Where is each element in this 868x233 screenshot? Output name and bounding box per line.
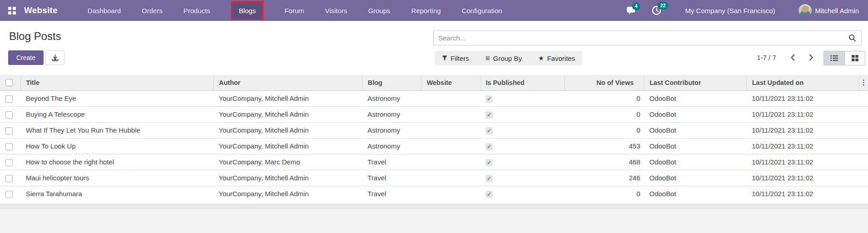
chevron-right-icon — [809, 54, 814, 61]
cell-end — [859, 154, 868, 170]
messages-button[interactable]: 4 — [626, 6, 636, 15]
filters-button[interactable]: Filters — [442, 55, 469, 62]
menu-item-dashboard[interactable]: Dashboard — [88, 0, 121, 21]
row-checkbox[interactable] — [5, 159, 13, 166]
header-no-of-views[interactable]: No of Views — [564, 75, 644, 90]
menu-item-visitors[interactable]: Visitors — [325, 0, 347, 21]
search-input[interactable] — [434, 34, 843, 42]
kanban-view-button[interactable] — [844, 51, 865, 65]
page-background — [0, 209, 868, 233]
cell-end — [859, 106, 868, 122]
menu-item-orders[interactable]: Orders — [142, 0, 162, 21]
header-last-updated-on[interactable]: Last Updated on — [746, 75, 859, 90]
activities-button[interactable]: 22 — [652, 5, 662, 15]
export-button[interactable] — [45, 50, 64, 65]
optional-columns-toggle-icon[interactable]: ⋮ — [860, 79, 867, 86]
menu-item-products[interactable]: Products — [183, 0, 210, 21]
cell-website — [421, 186, 480, 202]
published-checkbox[interactable]: ✓ — [485, 127, 493, 134]
published-checkbox[interactable]: ✓ — [485, 191, 493, 198]
cell-select — [0, 186, 20, 202]
cell-website — [421, 154, 480, 170]
cell-last-contributor: OdooBot — [644, 154, 746, 170]
row-checkbox[interactable] — [5, 175, 13, 182]
header-website[interactable]: Website — [421, 75, 480, 90]
cell-select — [0, 170, 20, 186]
group-by-button[interactable]: ≡ Group By — [485, 55, 522, 62]
cell-last-contributor: OdooBot — [644, 106, 746, 122]
pager-previous-button[interactable] — [790, 54, 795, 61]
header-is-published[interactable]: Is Published — [480, 75, 564, 90]
published-checkbox[interactable]: ✓ — [485, 143, 493, 150]
cell-views: 0 — [564, 90, 644, 106]
search-submit-button[interactable] — [843, 34, 861, 42]
cell-title: Sierra Tarahumara — [20, 186, 213, 202]
apps-menu-icon[interactable] — [8, 7, 16, 15]
cell-select — [0, 154, 20, 170]
cell-views: 0 — [564, 122, 644, 138]
published-checkbox[interactable]: ✓ — [485, 175, 493, 182]
table-row[interactable]: Sierra TarahumaraYourCompany, Mitchell A… — [0, 186, 868, 202]
table-row[interactable]: Beyond The EyeYourCompany, Mitchell Admi… — [0, 90, 868, 106]
blog-posts-table: Title Author Blog Website Is Published N… — [0, 75, 868, 202]
app-brand[interactable]: Website — [24, 5, 58, 15]
row-checkbox[interactable] — [5, 95, 13, 103]
header-title[interactable]: Title — [20, 75, 213, 90]
cell-title: Beyond The Eye — [20, 90, 213, 106]
published-checkbox[interactable]: ✓ — [485, 95, 493, 103]
menu-item-forum[interactable]: Forum — [284, 0, 304, 21]
cell-title: How to choose the right hotel — [20, 154, 213, 170]
cell-author: YourCompany, Marc Demo — [213, 154, 362, 170]
header-author[interactable]: Author — [213, 75, 362, 90]
group-by-label: Group By — [493, 55, 522, 62]
messages-badge: 4 — [632, 2, 640, 10]
cell-views: 453 — [564, 138, 644, 154]
favorites-button[interactable]: ★ Favorites — [538, 55, 575, 62]
cell-is-published: ✓ — [480, 138, 564, 154]
table-row[interactable]: How to choose the right hotelYourCompany… — [0, 154, 868, 170]
user-name: Mitchell Admin — [815, 7, 859, 15]
cell-end — [859, 170, 868, 186]
cell-website — [421, 138, 480, 154]
table-row[interactable]: How To Look UpYourCompany, Mitchell Admi… — [0, 138, 868, 154]
list-view-button[interactable] — [824, 51, 844, 65]
table-row[interactable]: Buying A TelescopeYourCompany, Mitchell … — [0, 106, 868, 122]
select-all-checkbox[interactable] — [5, 79, 13, 86]
search-options-bar: Filters ≡ Group By ★ Favorites — [435, 51, 582, 65]
cell-is-published: ✓ — [480, 186, 564, 202]
cell-blog: Astronomy — [362, 138, 421, 154]
menu-item-reporting[interactable]: Reporting — [411, 0, 441, 21]
filters-label: Filters — [451, 55, 469, 62]
row-checkbox[interactable] — [5, 127, 13, 134]
cell-is-published: ✓ — [480, 170, 564, 186]
company-switcher[interactable]: My Company (San Francisco) — [685, 7, 775, 15]
menu-item-blogs[interactable]: Blogs — [231, 1, 264, 20]
table-row[interactable]: What If They Let You Run The HubbleYourC… — [0, 122, 868, 138]
cell-blog: Travel — [362, 154, 421, 170]
menu-item-configuration[interactable]: Configuration — [461, 0, 502, 21]
create-button[interactable]: Create — [8, 50, 44, 65]
cell-last-updated: 10/11/2021 23:11:02 — [746, 154, 859, 170]
cell-title: Maui helicopter tours — [20, 170, 213, 186]
header-last-contributor[interactable]: Last Contributor — [644, 75, 746, 90]
published-checkbox[interactable]: ✓ — [485, 111, 493, 119]
table-row[interactable]: Maui helicopter toursYourCompany, Mitche… — [0, 170, 868, 186]
cell-views: 0 — [564, 186, 644, 202]
cell-select — [0, 90, 20, 106]
row-checkbox[interactable] — [5, 111, 13, 119]
header-blog[interactable]: Blog — [362, 75, 421, 90]
cell-views: 468 — [564, 154, 644, 170]
row-checkbox[interactable] — [5, 143, 13, 150]
cell-blog: Astronomy — [362, 106, 421, 122]
favorites-label: Favorites — [547, 55, 575, 62]
cell-last-contributor: OdooBot — [644, 186, 746, 202]
cell-last-contributor: OdooBot — [644, 170, 746, 186]
row-checkbox[interactable] — [5, 191, 13, 198]
menu-item-groups[interactable]: Groups — [368, 0, 390, 21]
control-panel: Blog Posts Create — [0, 21, 868, 75]
cell-end — [859, 90, 868, 106]
user-menu[interactable]: Mitchell Admin — [799, 4, 859, 17]
published-checkbox[interactable]: ✓ — [485, 159, 493, 166]
pager-next-button[interactable] — [809, 54, 814, 61]
cell-title: How To Look Up — [20, 138, 213, 154]
